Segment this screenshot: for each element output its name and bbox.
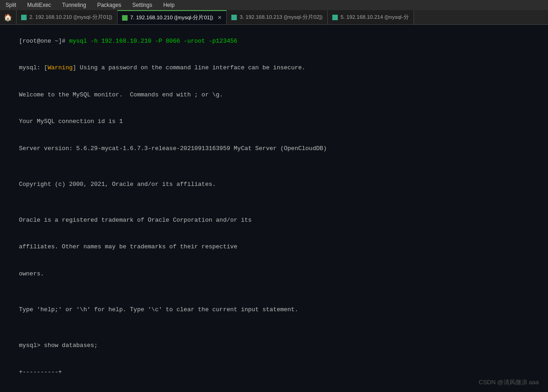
tab-bar: 🏠 2. 192.168.10.210 ([mysql-分片01]) 7. 19…: [0, 10, 548, 25]
terminal-blank-2: [5, 198, 543, 207]
terminal-blank-3: [5, 287, 543, 297]
menu-settings[interactable]: Settings: [130, 1, 154, 9]
terminal-line-5: Server version: 5.6.29-mycat-1.6.7.3-rel…: [5, 135, 543, 162]
terminal-line-9: owners.: [5, 260, 543, 287]
tab-close-2[interactable]: ✕: [218, 15, 222, 21]
terminal-line-7: Oracle is a registered trademark of Orac…: [5, 207, 543, 234]
watermark: CSDN @清风微凉 aaa: [479, 378, 539, 387]
terminal-line-10: Type 'help;' or '\h' for help. Type '\c'…: [5, 296, 543, 323]
tab-icon-1: [21, 15, 27, 20]
menu-help[interactable]: Help: [162, 1, 177, 9]
terminal-line-8: affiliates. Other names may be trademark…: [5, 234, 543, 261]
tab-icon-4: [332, 15, 338, 20]
terminal-blank-1: [5, 162, 543, 171]
terminal-line-11: mysql> show databases;: [5, 332, 543, 359]
tab-label-4: 5. 192.168.10.214 ([mysql-分: [341, 14, 409, 21]
menu-bar: Split MultiExec Tunneling Packages Setti…: [0, 0, 548, 10]
tab-label-2: 7. 192.168.10.210 ([mysql-分片01]): [130, 14, 213, 21]
terminal-line-13: | DATABASE |: [5, 386, 543, 392]
tab-3[interactable]: 3. 192.168.10.213 ([mysql-分片02]): [227, 10, 328, 24]
tab-label-3: 3. 192.168.10.213 ([mysql-分片02]): [240, 14, 323, 21]
tab-icon-3: [231, 15, 237, 20]
terminal-line-6: Copyright (c) 2000, 2021, Oracle and/or …: [5, 171, 543, 198]
terminal-line-4: Your MySQL connection id is 1: [5, 108, 543, 135]
tab-4[interactable]: 5. 192.168.10.214 ([mysql-分: [328, 10, 414, 24]
tab-icon-2: [122, 15, 128, 21]
terminal-line-12: +----------+: [5, 359, 543, 386]
tab-home[interactable]: 🏠: [0, 10, 17, 24]
menu-tunneling[interactable]: Tunneling: [60, 1, 88, 9]
terminal-blank-4: [5, 323, 543, 332]
terminal-line-1: [root@one ~]# mysql -h 192.168.10.210 -P…: [5, 28, 543, 55]
tab-2[interactable]: 7. 192.168.10.210 ([mysql-分片01]) ✕: [117, 10, 227, 24]
menu-split[interactable]: Split: [4, 1, 18, 9]
terminal-line-2: mysql: [Warning] Using a password on the…: [5, 55, 543, 82]
tab-1[interactable]: 2. 192.168.10.210 ([mysql-分片01]): [17, 10, 117, 24]
tab-label-1: 2. 192.168.10.210 ([mysql-分片01]): [29, 14, 112, 21]
terminal-line-3: Welcome to the MySQL monitor. Commands e…: [5, 81, 543, 108]
menu-multiexec[interactable]: MultiExec: [25, 1, 53, 9]
home-icon: 🏠: [4, 13, 12, 22]
menu-packages[interactable]: Packages: [95, 1, 123, 9]
terminal[interactable]: [root@one ~]# mysql -h 192.168.10.210 -P…: [0, 25, 548, 392]
